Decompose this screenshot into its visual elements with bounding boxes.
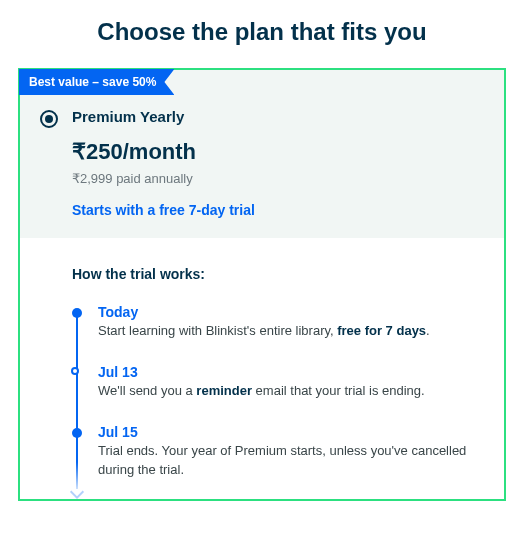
plan-annual-note: ₹2,999 paid annually <box>72 171 484 186</box>
page-title: Choose the plan that fits you <box>0 0 524 68</box>
step-title: Jul 13 <box>98 364 484 380</box>
timeline-dot-hollow-icon <box>71 367 79 375</box>
trial-step: Jul 13 We'll send you a reminder email t… <box>72 364 484 400</box>
step-title: Today <box>98 304 484 320</box>
trial-step: Today Start learning with Blinkist's ent… <box>72 304 484 340</box>
plan-trial-note: Starts with a free 7-day trial <box>72 202 484 218</box>
timeline-dot-icon <box>72 428 82 438</box>
trial-heading: How the trial works: <box>72 266 484 282</box>
plan-name: Premium Yearly <box>72 108 484 125</box>
timeline-dot-icon <box>72 308 82 318</box>
trial-step: Jul 15 Trial ends. Your year of Premium … <box>72 424 484 478</box>
plan-price: ₹250/month <box>72 139 484 165</box>
step-title: Jul 15 <box>98 424 484 440</box>
trial-timeline: Today Start learning with Blinkist's ent… <box>72 304 484 479</box>
trial-section: How the trial works: Today Start learnin… <box>20 238 504 499</box>
plan-radio[interactable] <box>40 110 58 128</box>
radio-selected-icon <box>45 115 53 123</box>
step-desc: Trial ends. Your year of Premium starts,… <box>98 442 484 478</box>
plan-header: Premium Yearly ₹250/month ₹2,999 paid an… <box>20 70 504 238</box>
plan-card[interactable]: Best value – save 50% Premium Yearly ₹25… <box>18 68 506 501</box>
best-value-ribbon: Best value – save 50% <box>19 69 174 95</box>
timeline-arrow-icon <box>70 485 84 499</box>
step-desc: Start learning with Blinkist's entire li… <box>98 322 484 340</box>
plan-body: Premium Yearly ₹250/month ₹2,999 paid an… <box>72 108 484 218</box>
step-desc: We'll send you a reminder email that you… <box>98 382 484 400</box>
